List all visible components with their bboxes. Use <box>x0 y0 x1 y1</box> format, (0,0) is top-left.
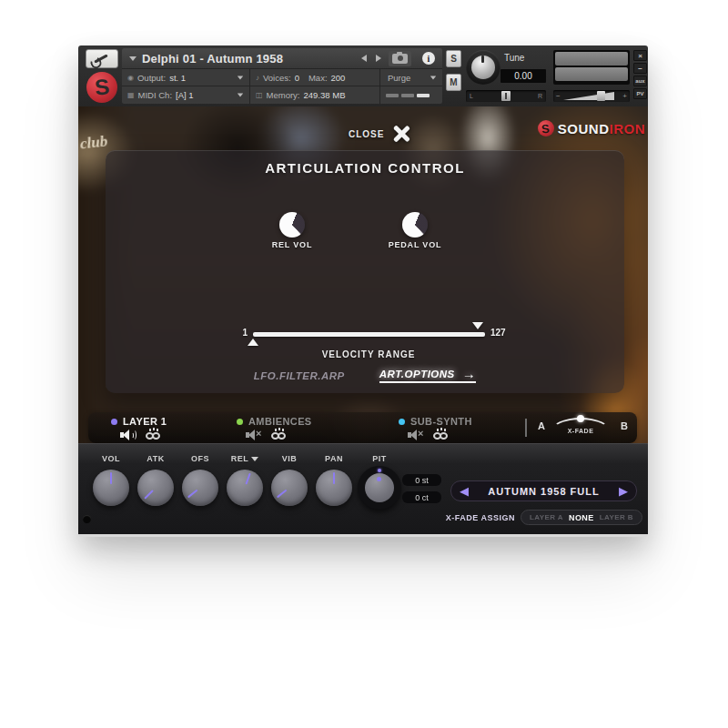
pit-knob-unit: PIT <box>352 454 407 510</box>
subsynth-link-icon[interactable] <box>433 430 450 440</box>
bottom-control-panel: VOL ATK OFS REL VIB PAN <box>78 443 648 534</box>
info-icon[interactable] <box>422 52 435 65</box>
pit-knob-label: PIT <box>352 454 407 463</box>
velocity-min-handle[interactable] <box>248 339 258 346</box>
tune-label: Tune <box>504 53 524 63</box>
midi-dropdown-icon <box>238 94 243 97</box>
wrench-icon[interactable] <box>86 49 118 68</box>
panel-screw-dot <box>83 515 91 523</box>
remove-instrument-button[interactable]: × <box>633 50 647 61</box>
pan-thumb[interactable] <box>501 91 511 101</box>
next-instrument-icon[interactable] <box>376 55 381 62</box>
minimize-instrument-button[interactable]: − <box>633 63 647 74</box>
title-dropdown-icon[interactable] <box>129 56 136 61</box>
purge-button[interactable]: Purge <box>380 69 442 86</box>
preset-selector: ◀ AUTUMN 1958 FULL ▶ <box>450 480 637 501</box>
pedal-vol-label: PEDAL VOL <box>369 240 460 249</box>
level-meters <box>553 50 630 85</box>
aux-button[interactable]: aux <box>633 76 647 86</box>
volume-thumb[interactable] <box>597 91 605 101</box>
midi-channel-select[interactable]: ▦ MIDI Ch: [A] 1 <box>122 86 249 104</box>
tab-lfo-filter-arp[interactable]: LFO.FILTER.ARP <box>254 370 345 381</box>
midi-icon: ▦ <box>127 91 135 99</box>
layer1-link-icon[interactable] <box>146 430 163 440</box>
tab-arrow-icon: → <box>462 369 477 379</box>
ambiences-dot <box>237 419 243 425</box>
articulation-control-panel: ARTICULATION CONTROL REL VOL PEDAL VOL 1… <box>106 150 624 393</box>
velocity-range-slider[interactable] <box>253 332 485 337</box>
soundiron-brand: S SOUNDIRON <box>538 120 645 136</box>
vol-knob[interactable] <box>93 470 129 506</box>
layer-item-subsynth[interactable]: SUB-SYNTH <box>399 416 472 440</box>
output-dropdown-icon <box>238 76 243 79</box>
preset-next-icon[interactable]: ▶ <box>619 481 628 500</box>
voices-readout: ♪ Voices: 0 Max: 200 <box>250 69 379 86</box>
pan-knob[interactable] <box>316 470 352 506</box>
header-level-bars <box>380 86 442 104</box>
assign-option-none[interactable]: NONE <box>569 513 594 522</box>
assign-option-layer-a[interactable]: LAYER A <box>530 513 563 521</box>
xfade-arc-handle[interactable] <box>577 415 584 422</box>
kontakt-header: S Delphi 01 - Autumn 1958 ◉ Output: st. … <box>78 46 648 106</box>
ofs-knob[interactable] <box>182 470 218 506</box>
soundiron-mini-logo-icon: S <box>538 120 554 136</box>
instrument-body: club CLOSE S SOUNDIRON ARTICULATION CONT… <box>78 106 648 534</box>
cent-display[interactable]: 0 ct <box>402 491 441 503</box>
volume-slider[interactable]: − + <box>553 90 630 102</box>
xfade-assign-switch: LAYER A NONE LAYER B <box>521 510 642 525</box>
output-select[interactable]: ◉ Output: st. 1 <box>122 69 249 86</box>
voices-icon: ♪ <box>256 74 259 82</box>
close-panel-button[interactable]: CLOSE <box>349 124 411 144</box>
subsynth-dot <box>399 419 405 425</box>
memory-icon: ◫ <box>256 91 263 99</box>
panel-title: ARTICULATION CONTROL <box>106 160 624 176</box>
output-icon: ◉ <box>127 74 134 82</box>
mute-button[interactable]: M <box>446 74 461 91</box>
pit-knob[interactable] <box>358 466 401 510</box>
ambiences-speaker-icon[interactable] <box>246 430 263 440</box>
xfade-b-label: B <box>621 420 628 431</box>
rel-vol-label: REL VOL <box>247 240 338 249</box>
vib-knob[interactable] <box>271 470 308 506</box>
layer1-speaker-icon[interactable] <box>120 430 137 440</box>
memory-readout: ◫ Memory: 249.38 MB <box>250 86 379 104</box>
tune-knob[interactable] <box>466 50 500 85</box>
rel-knob[interactable] <box>227 470 263 506</box>
solo-button[interactable]: S <box>446 50 461 67</box>
pedal-vol-knob[interactable] <box>402 212 428 238</box>
instrument-title: Delphi 01 - Autumn 1958 <box>142 52 357 66</box>
velocity-max-value: 127 <box>490 328 506 338</box>
layer-item-layer1[interactable]: LAYER 1 <box>111 416 167 440</box>
xfade-assign-label: X-FADE ASSIGN <box>446 513 515 522</box>
background-club-text: club <box>79 132 108 153</box>
assign-option-layer-b[interactable]: LAYER B <box>600 513 633 521</box>
rel-dropdown-icon <box>251 457 258 461</box>
pv-button[interactable]: PV <box>633 88 647 99</box>
preset-name[interactable]: AUTUMN 1958 FULL <box>488 486 599 497</box>
pan-slider[interactable]: L R <box>466 90 546 102</box>
rel-vol-knob[interactable] <box>279 212 305 238</box>
prev-instrument-icon[interactable] <box>361 55 367 62</box>
purge-dropdown-icon <box>430 76 436 79</box>
semitone-display[interactable]: 0 st <box>402 474 441 486</box>
velocity-max-handle[interactable] <box>472 322 483 329</box>
close-x-icon[interactable] <box>391 124 411 144</box>
layer-bar-divider <box>525 419 527 437</box>
tune-value[interactable]: 0.00 <box>500 69 546 83</box>
layer-bar: LAYER 1 AMBIENCES <box>88 412 637 443</box>
soundiron-logo-icon: S <box>86 72 117 103</box>
xfade-a-label: A <box>538 420 545 431</box>
kontakt-instrument-window: S Delphi 01 - Autumn 1958 ◉ Output: st. … <box>78 46 648 534</box>
subsynth-speaker-icon[interactable] <box>408 430 425 440</box>
velocity-min-value: 1 <box>229 328 248 338</box>
preset-prev-icon[interactable]: ◀ <box>460 481 469 500</box>
atk-knob[interactable] <box>137 470 174 506</box>
velocity-range-label: VELOCITY RANGE <box>106 349 632 359</box>
layer1-dot <box>111 419 117 425</box>
layer-item-ambiences[interactable]: AMBIENCES <box>237 416 312 440</box>
xfade-label: X-FADE <box>551 428 611 434</box>
snapshot-camera-icon[interactable] <box>389 51 411 66</box>
tab-art-options[interactable]: ART.OPTIONS → <box>379 369 477 383</box>
ambiences-link-icon[interactable] <box>271 430 288 440</box>
instrument-header-box: Delphi 01 - Autumn 1958 ◉ Output: st. 1 … <box>122 48 442 104</box>
